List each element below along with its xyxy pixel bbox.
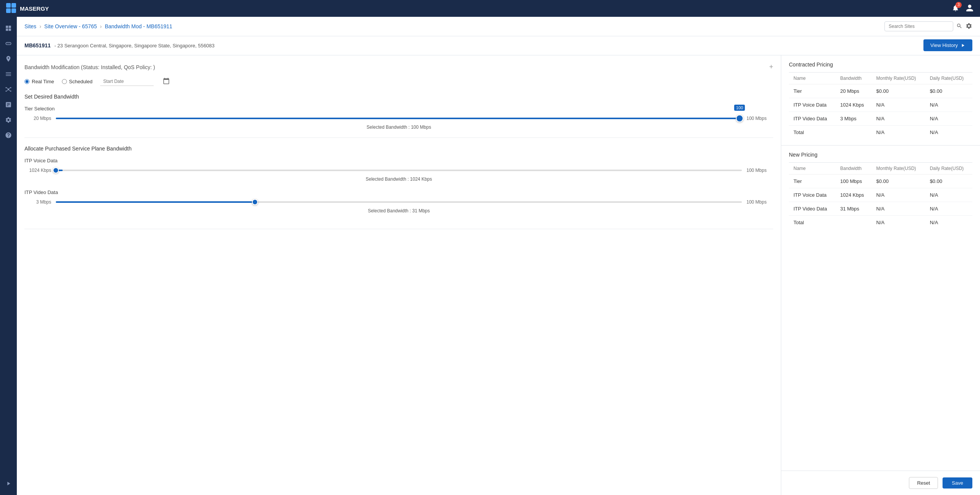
tier-selection-label: Tier Selection — [24, 106, 773, 112]
itp-voice-slider-wrapper[interactable] — [56, 167, 742, 174]
contracted-row-name: ITP Video Data — [789, 112, 836, 126]
new-row-daily: $0.00 — [925, 175, 972, 188]
timing-radio-group: Real Time Scheduled — [24, 77, 773, 86]
site-id: MB651911 — [24, 42, 51, 49]
new-row-bandwidth: 31 Mbps — [836, 202, 871, 216]
sidebar-item-analytics[interactable] — [2, 98, 15, 112]
contracted-pricing-section: Contracted Pricing Name Bandwidth Monthl… — [781, 55, 980, 145]
sidebar-item-nodes[interactable] — [2, 82, 15, 96]
new-row-daily: N/A — [925, 188, 972, 202]
sidebar-item-menu[interactable] — [2, 67, 15, 81]
new-row-daily: N/A — [925, 202, 972, 216]
scheduled-radio-label[interactable]: Scheduled — [62, 79, 92, 84]
new-pricing-table: Name Bandwidth Monthly Rate(USD) Daily R… — [789, 163, 972, 229]
tier-slider-container: 20 Mbps 100 1 — [24, 115, 773, 122]
tier-selection-row: Tier Selection 20 Mbps 100 — [24, 106, 773, 130]
save-button[interactable]: Save — [943, 477, 972, 489]
sidebar — [0, 17, 17, 495]
new-row-monthly: N/A — [872, 188, 925, 202]
itp-voice-min: 1024 Kbps — [24, 168, 51, 173]
new-col-bandwidth: Bandwidth — [836, 163, 871, 175]
desired-bw-title: Set Desired Bandwidth — [24, 94, 773, 100]
new-row-name: ITP Voice Data — [789, 188, 836, 202]
contracted-row-bandwidth: 3 Mbps — [836, 112, 871, 126]
contracted-row-bandwidth: 1024 Kbps — [836, 98, 871, 112]
itp-video-slider-container: 3 Mbps 100 Mbps — [24, 198, 773, 206]
settings-icon[interactable] — [965, 23, 972, 31]
pricing-sections: Contracted Pricing Name Bandwidth Monthl… — [781, 55, 980, 471]
right-panel: Contracted Pricing Name Bandwidth Monthl… — [781, 55, 980, 495]
user-avatar[interactable] — [965, 4, 974, 13]
sidebar-item-settings[interactable] — [2, 113, 15, 127]
breadcrumb-area: Sites › Site Overview - 65765 › Bandwidt… — [17, 17, 980, 36]
contracted-row-daily: N/A — [925, 126, 972, 139]
table-row: Total N/A N/A — [789, 216, 972, 230]
new-col-daily: Daily Rate(USD) — [925, 163, 972, 175]
site-info: MB651911 - 23 Serangoon Central, Singapo… — [24, 42, 214, 49]
contracted-pricing-table: Name Bandwidth Monthly Rate(USD) Daily R… — [789, 73, 972, 139]
search-icon[interactable] — [956, 23, 962, 30]
contracted-col-daily: Daily Rate(USD) — [925, 73, 972, 84]
itp-voice-selected-bw: Selected Bandwidth : 1024 Kbps — [24, 176, 773, 182]
sub-header: MB651911 - 23 Serangoon Central, Singapo… — [17, 36, 980, 55]
new-row-bandwidth — [836, 216, 871, 230]
site-address: - 23 Serangoon Central, Singapore, Singa… — [54, 43, 214, 49]
contracted-row-monthly: N/A — [872, 98, 925, 112]
svg-point-6 — [10, 87, 11, 88]
new-row-name: ITP Video Data — [789, 202, 836, 216]
tier-min-label: 20 Mbps — [24, 116, 51, 121]
contracted-row-bandwidth — [836, 126, 871, 139]
breadcrumb-site-overview[interactable]: Site Overview - 65765 — [44, 23, 97, 29]
contracted-col-monthly: Monthly Rate(USD) — [872, 73, 925, 84]
tier-max-label: 100 Mbps — [746, 116, 773, 121]
app-logo: MASERGY — [6, 3, 49, 14]
notifications-button[interactable]: 3 — [952, 4, 959, 13]
sidebar-item-sites[interactable] — [2, 52, 15, 66]
tier-bubble: 100 — [734, 105, 745, 111]
reset-button[interactable]: Reset — [909, 477, 938, 489]
contracted-pricing-title: Contracted Pricing — [789, 61, 972, 68]
svg-point-8 — [10, 91, 11, 92]
breadcrumb-current: Bandwidth Mod - MB651911 — [105, 23, 172, 29]
breadcrumb-sites[interactable]: Sites — [24, 23, 36, 29]
contracted-row-daily: N/A — [925, 112, 972, 126]
new-row-name: Tier — [789, 175, 836, 188]
itp-video-slider-wrapper[interactable] — [56, 198, 742, 206]
sidebar-expand-button[interactable] — [2, 477, 15, 490]
contracted-row-monthly: $0.00 — [872, 84, 925, 98]
contracted-row-name: Total — [789, 126, 836, 139]
view-history-button[interactable]: View History — [923, 39, 972, 51]
svg-line-12 — [9, 90, 10, 91]
new-row-monthly: $0.00 — [872, 175, 925, 188]
contracted-col-name: Name — [789, 73, 836, 84]
left-panel: Bandwidth Modification (Status: Installe… — [17, 55, 781, 495]
table-row: ITP Voice Data 1024 Kbps N/A N/A — [789, 188, 972, 202]
breadcrumb-sep2: › — [100, 23, 102, 29]
add-button[interactable]: + — [769, 63, 773, 71]
tier-slider-wrapper: 100 — [56, 115, 742, 122]
start-date-input[interactable] — [100, 77, 154, 86]
itp-voice-slider-container: 1024 Kbps 100 Mbps — [24, 167, 773, 174]
contracted-row-name: Tier — [789, 84, 836, 98]
real-time-radio[interactable] — [24, 79, 29, 84]
calendar-icon[interactable] — [163, 78, 170, 86]
scheduled-radio[interactable] — [62, 79, 67, 84]
contracted-row-monthly: N/A — [872, 126, 925, 139]
sidebar-item-network[interactable] — [2, 37, 15, 50]
topbar-right: 3 — [952, 4, 974, 13]
svg-line-10 — [9, 88, 10, 89]
new-row-daily: N/A — [925, 216, 972, 230]
sidebar-item-support[interactable] — [2, 128, 15, 142]
search-input[interactable] — [884, 21, 953, 31]
svg-rect-1 — [11, 3, 16, 8]
svg-point-5 — [6, 87, 7, 88]
contracted-row-name: ITP Voice Data — [789, 98, 836, 112]
itp-video-label: ITP Video Data — [24, 189, 773, 195]
contracted-row-bandwidth: 20 Mbps — [836, 84, 871, 98]
itp-voice-max: 100 Mbps — [746, 168, 773, 173]
real-time-radio-label[interactable]: Real Time — [24, 79, 54, 84]
sidebar-item-grid[interactable] — [2, 21, 15, 35]
contracted-row-monthly: N/A — [872, 112, 925, 126]
content-area: Bandwidth Modification (Status: Installe… — [17, 55, 980, 495]
new-pricing-title: New Pricing — [789, 152, 972, 158]
